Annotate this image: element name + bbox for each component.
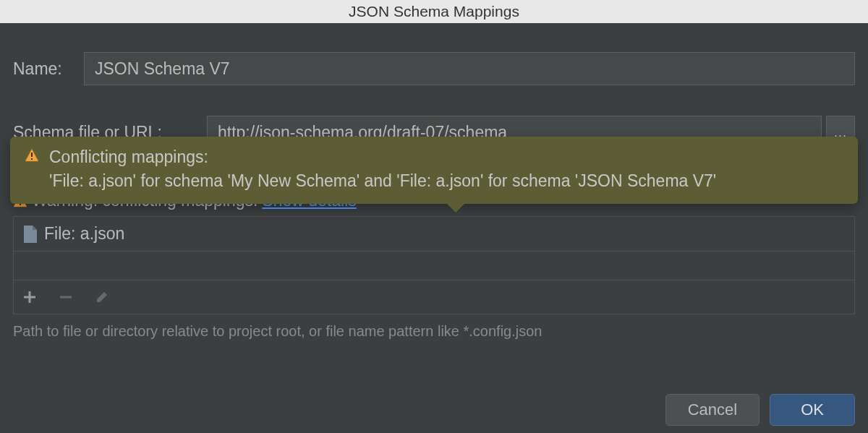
svg-rect-5 bbox=[60, 296, 72, 299]
dialog-title-bar: JSON Schema Mappings bbox=[0, 0, 868, 23]
plus-icon bbox=[23, 291, 36, 304]
list-item[interactable]: File: a.json bbox=[14, 217, 854, 252]
tooltip-detail: 'File: a.json' for schema 'My New Schema… bbox=[49, 169, 843, 193]
edit-button[interactable] bbox=[93, 288, 111, 306]
svg-rect-7 bbox=[31, 153, 33, 157]
warning-icon bbox=[25, 148, 39, 163]
list-item-label: File: a.json bbox=[44, 224, 124, 244]
pencil-icon bbox=[95, 291, 109, 304]
tooltip-arrow bbox=[447, 204, 464, 213]
mapping-toolbar bbox=[14, 280, 854, 314]
name-label: Name: bbox=[13, 59, 84, 79]
mapping-list: File: a.json bbox=[13, 216, 855, 314]
ok-button[interactable]: OK bbox=[770, 394, 855, 426]
dialog-title: JSON Schema Mappings bbox=[349, 3, 519, 20]
name-row: Name: bbox=[13, 52, 855, 85]
file-icon bbox=[22, 226, 37, 243]
minus-icon bbox=[59, 291, 72, 304]
svg-rect-4 bbox=[24, 296, 35, 299]
svg-rect-2 bbox=[20, 204, 21, 205]
dialog-button-bar: Cancel OK bbox=[665, 394, 855, 426]
tooltip-body: Conflicting mappings: 'File: a.json' for… bbox=[49, 145, 843, 194]
list-item-empty bbox=[14, 252, 854, 280]
add-button[interactable] bbox=[21, 288, 38, 306]
cancel-button[interactable]: Cancel bbox=[665, 394, 760, 426]
name-input[interactable] bbox=[84, 52, 855, 85]
mapping-hint: Path to file or directory relative to pr… bbox=[13, 323, 855, 340]
tooltip-title: Conflicting mappings: bbox=[49, 145, 843, 169]
warning-tooltip: Conflicting mappings: 'File: a.json' for… bbox=[10, 137, 858, 204]
remove-button[interactable] bbox=[57, 288, 75, 306]
svg-rect-8 bbox=[31, 158, 33, 160]
